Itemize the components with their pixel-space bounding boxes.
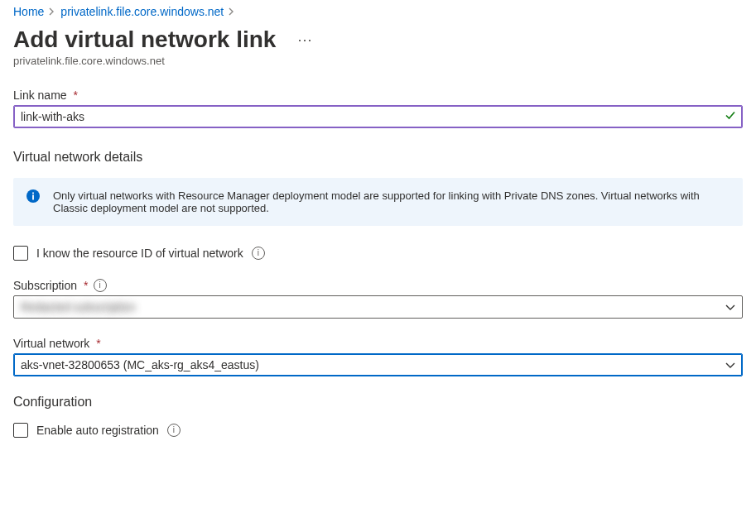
required-marker: * [96, 337, 100, 350]
vnet-label: Virtual network [13, 337, 89, 350]
checkmark-icon [725, 110, 736, 124]
subscription-dropdown[interactable]: Redacted subscription [13, 295, 743, 319]
link-name-label: Link name [13, 89, 67, 102]
info-icon [26, 189, 40, 203]
auto-registration-checkbox[interactable] [13, 423, 28, 438]
page-subtitle: privatelink.file.core.windows.net [13, 55, 743, 67]
chevron-down-icon [725, 300, 735, 314]
more-actions-button[interactable]: ⋯ [292, 29, 317, 50]
required-marker: * [84, 279, 88, 292]
chevron-down-icon [725, 358, 735, 371]
subscription-label: Subscription [13, 279, 77, 292]
auto-registration-label: Enable auto registration [36, 424, 159, 437]
chevron-right-icon [49, 7, 55, 16]
info-icon[interactable]: i [167, 424, 181, 437]
info-icon[interactable]: i [94, 279, 107, 292]
chevron-right-icon [229, 7, 235, 16]
resource-id-checkbox-label: I know the resource ID of virtual networ… [36, 247, 243, 260]
info-icon[interactable]: i [252, 247, 265, 260]
configuration-heading: Configuration [13, 395, 743, 410]
required-marker: * [74, 89, 78, 102]
vnet-value: aks-vnet-32800653 (MC_aks-rg_aks4_eastus… [21, 358, 259, 371]
subscription-value: Redacted subscription [21, 300, 136, 314]
link-name-input[interactable] [13, 105, 743, 128]
svg-rect-1 [32, 195, 34, 200]
info-banner: Only virtual networks with Resource Mana… [13, 178, 743, 226]
page-title: Add virtual network link [13, 26, 276, 53]
breadcrumb-home[interactable]: Home [13, 5, 44, 18]
vnet-dropdown[interactable]: aks-vnet-32800653 (MC_aks-rg_aks4_eastus… [13, 353, 743, 376]
breadcrumb: Home privatelink.file.core.windows.net [13, 5, 743, 18]
resource-id-checkbox[interactable] [13, 246, 28, 261]
breadcrumb-zone[interactable]: privatelink.file.core.windows.net [60, 5, 224, 18]
info-banner-text: Only virtual networks with Resource Mana… [53, 189, 700, 214]
svg-rect-2 [32, 193, 34, 194]
vnet-details-heading: Virtual network details [13, 150, 743, 165]
